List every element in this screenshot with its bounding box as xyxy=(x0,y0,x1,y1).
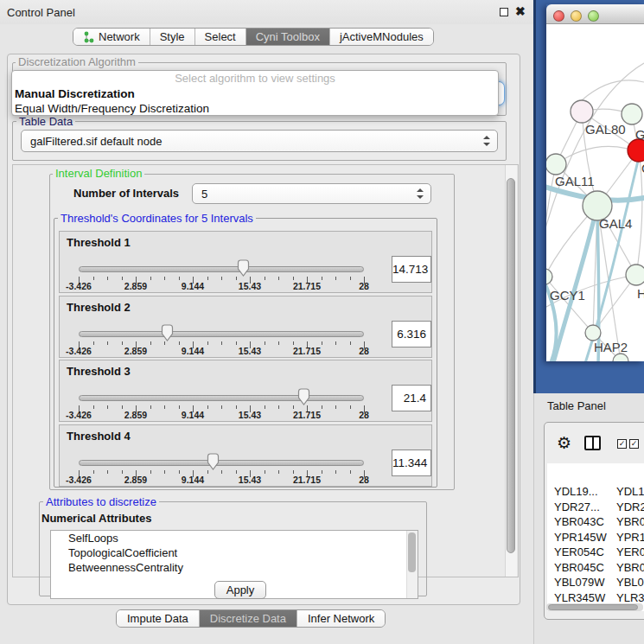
slider-tick xyxy=(236,341,237,345)
slider-tick xyxy=(150,341,151,345)
dropdown-option-equal-width[interactable]: Equal Width/Frequency Discretization xyxy=(12,101,498,116)
tab-network[interactable]: Network xyxy=(73,29,150,45)
interval-definition-legend: Interval Definition xyxy=(53,167,144,180)
mac-minimize-icon[interactable] xyxy=(571,10,582,22)
network-node-gal11[interactable] xyxy=(546,154,566,175)
slider-tick-label: 21.715 xyxy=(281,475,333,485)
threshold-value-field[interactable]: 6.316 xyxy=(392,321,431,348)
slider-track[interactable] xyxy=(79,331,364,337)
checkbox-icon[interactable]: ✓ xyxy=(617,439,627,449)
table-scrollbar-thumb[interactable] xyxy=(548,604,638,610)
node-label: GAL4 xyxy=(599,216,632,231)
table-cell-shared-name[interactable]: YBR043C xyxy=(554,514,604,529)
gear-icon[interactable]: ⚙ xyxy=(557,433,571,453)
slider-thumb[interactable] xyxy=(297,388,310,405)
slider-track[interactable] xyxy=(79,266,364,272)
table-cell-name[interactable]: YLR3 xyxy=(616,590,644,605)
table-cell-name[interactable]: YDR2 xyxy=(616,500,644,514)
numerical-attributes-label: Numerical Attributes xyxy=(41,512,151,525)
slider-tick-label: 21.715 xyxy=(281,410,333,420)
float-window-icon[interactable] xyxy=(500,8,508,16)
table-cell-name[interactable]: YBR0 xyxy=(616,514,644,529)
number-of-intervals-combobox[interactable]: 5 xyxy=(192,183,431,204)
node-table: YDL19...YDL1YDR27...YDR2YBR043CYBR0YPR14… xyxy=(547,463,644,611)
slider-tick-label: 28 xyxy=(338,410,390,420)
slider-tick xyxy=(335,405,336,409)
slider-tick xyxy=(221,341,222,345)
table-cell-shared-name[interactable]: YER054C xyxy=(554,545,604,559)
slider-tick xyxy=(207,405,208,409)
network-canvas[interactable]: GAL80GACGAL11GAL4GCY1HHAP2 xyxy=(546,24,644,361)
slider-tick-label: 9.144 xyxy=(167,475,219,485)
tab-impute-data[interactable]: Impute Data xyxy=(117,610,200,627)
mac-zoom-icon[interactable] xyxy=(588,10,599,22)
table-cell-shared-name[interactable]: YDL19... xyxy=(554,484,598,499)
tab-cyni-toolbox[interactable]: Cyni Toolbox xyxy=(246,29,330,45)
slider-thumb[interactable] xyxy=(161,324,174,341)
table-cell-name[interactable]: YBR0 xyxy=(616,560,644,575)
slider-thumb[interactable] xyxy=(237,259,250,277)
close-icon[interactable]: ✖ xyxy=(515,4,526,18)
table-cell-name[interactable]: YBL0 xyxy=(616,575,644,590)
attribute-list-item[interactable]: BetweennessCentrality xyxy=(51,560,418,575)
slider-track[interactable] xyxy=(79,395,364,401)
threshold-row-1: Threshold 1-3.4262.8599.14415.4321.71528… xyxy=(59,231,432,293)
table-cell-name[interactable]: YDL1 xyxy=(616,484,644,499)
tab-select[interactable]: Select xyxy=(195,29,246,45)
table-cell-shared-name[interactable]: YPR145W xyxy=(554,530,607,545)
columns-icon[interactable] xyxy=(584,436,601,450)
slider-tick xyxy=(179,405,180,409)
settings-scrollbar-thumb[interactable] xyxy=(507,178,515,553)
slider-thumb[interactable] xyxy=(207,453,220,470)
threshold-value-field[interactable]: 21.4 xyxy=(392,385,431,411)
slider-tick xyxy=(293,341,294,345)
attributes-scrollbar-thumb[interactable] xyxy=(408,532,416,572)
combo-arrows-icon xyxy=(416,188,423,199)
table-cell-name[interactable]: YER0 xyxy=(616,545,644,559)
network-node-h[interactable] xyxy=(626,265,644,285)
table-cell-shared-name[interactable]: YDR27... xyxy=(554,500,600,514)
slider-tick xyxy=(164,277,165,280)
network-icon xyxy=(83,31,94,43)
apply-button[interactable]: Apply xyxy=(214,581,266,599)
table-panel-title: Table Panel xyxy=(547,399,606,412)
network-node-gal80[interactable] xyxy=(571,100,593,123)
network-node-c[interactable] xyxy=(628,139,644,162)
slider-tick-label: 15.43 xyxy=(224,410,276,420)
dropdown-option-manual[interactable]: Manual Discretization xyxy=(12,86,498,101)
attributes-legend: Attributes to discretize xyxy=(43,495,159,508)
checkbox-icon[interactable]: ✓ xyxy=(629,439,639,449)
attribute-list-item[interactable]: SelfLoops xyxy=(51,531,418,545)
tab-discretize-data[interactable]: Discretize Data xyxy=(200,610,297,627)
table-cell-name[interactable]: YPR1 xyxy=(616,530,644,545)
network-node-hap2[interactable] xyxy=(585,325,601,341)
slider-tick-label: -3.426 xyxy=(53,281,105,291)
node-label: HAP2 xyxy=(594,340,628,354)
slider-tick xyxy=(265,470,265,474)
slider-tick xyxy=(278,277,279,280)
table-data-combobox[interactable]: galFiltered.sif default node xyxy=(21,130,498,152)
threshold-value-field[interactable]: 11.344 xyxy=(392,450,431,476)
network-node-gcy1[interactable] xyxy=(546,269,552,284)
slider-tick-label: 9.144 xyxy=(167,281,219,291)
threshold-value-field[interactable]: 14.713 xyxy=(392,256,431,283)
threshold-row-3: Threshold 3-3.4262.8599.14415.4321.71528… xyxy=(59,360,432,422)
network-edge[interactable] xyxy=(582,80,644,100)
table-cell-shared-name[interactable]: YBL079W xyxy=(554,575,605,590)
table-cell-shared-name[interactable]: YBR045C xyxy=(554,560,604,575)
slider-track[interactable] xyxy=(79,460,364,466)
slider-tick xyxy=(265,341,265,345)
node-label: GCY1 xyxy=(550,288,585,303)
tab-jactivemnodules[interactable]: jActiveMNodules xyxy=(330,29,433,45)
slider-tick xyxy=(322,470,322,474)
attribute-list-item[interactable]: TopologicalCoefficient xyxy=(51,545,418,560)
table-cell-shared-name[interactable]: YLR345W xyxy=(554,590,605,605)
tab-style[interactable]: Style xyxy=(150,29,195,45)
slider-tick xyxy=(236,470,237,474)
tab-infer-network[interactable]: Infer Network xyxy=(297,610,385,627)
panel-title: Control Panel xyxy=(7,6,75,19)
thresholds-legend: Threshold's Coordinates for 5 Intervals xyxy=(58,212,256,225)
dropdown-prompt-item[interactable]: Select algorithm to view settings xyxy=(12,71,498,86)
mac-close-icon[interactable] xyxy=(553,10,564,22)
network-node[interactable] xyxy=(613,354,628,361)
